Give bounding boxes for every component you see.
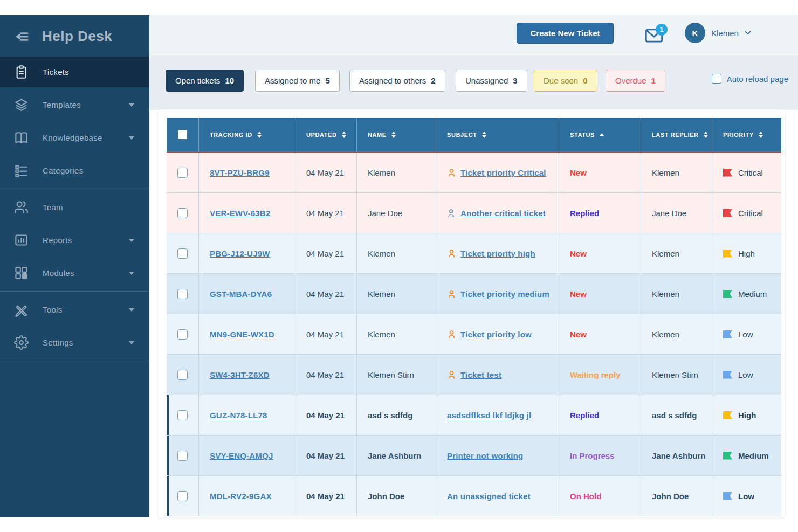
table-row[interactable]: MN9-GNE-WX1D 04 May 21 Klemen Ticket pri… (167, 314, 781, 355)
user-menu[interactable]: K Klemen (685, 23, 751, 43)
grid-icon (14, 266, 29, 280)
filter-open-tickets[interactable]: Open tickets 10 (166, 70, 244, 92)
status-label: Replied (570, 209, 599, 218)
subject-link[interactable]: Ticket priority Critical (460, 168, 546, 177)
chevron-down-icon (129, 136, 134, 140)
column-header-last-replier[interactable]: LAST REPLIER (641, 118, 712, 151)
filter-overdue[interactable]: Overdue 1 (606, 70, 665, 92)
sidebar-item-reports[interactable]: Reports (0, 225, 149, 255)
row-checkbox[interactable] (177, 491, 188, 501)
sidebar-item-tools[interactable]: Tools (0, 294, 149, 325)
chevron-down-icon (129, 341, 134, 344)
subject-link[interactable]: Ticket priority high (460, 249, 535, 258)
table-row[interactable]: SVY-ENQ-AMQJ 04 May 21 Jane Ashburn Prin… (167, 436, 781, 476)
tracking-id-link[interactable]: SVY-ENQ-AMQJ (210, 451, 273, 460)
subject-link[interactable]: An unassigned ticket (447, 492, 531, 501)
column-header-tracking-id[interactable]: TRACKING ID (199, 118, 295, 151)
sidebar-item-categories[interactable]: Categories (0, 155, 149, 186)
column-header-subject[interactable]: SUBJECT (436, 118, 559, 151)
subject-link[interactable]: Another critical ticket (460, 209, 546, 218)
name-cell: Jane Ashburn (357, 436, 436, 475)
tracking-id-link[interactable]: GUZ-N78-LL78 (210, 411, 267, 420)
column-header-name[interactable]: NAME (357, 118, 436, 151)
mail-button[interactable]: 1 (645, 24, 670, 49)
filter-assigned-to-me[interactable]: Assigned to me 5 (255, 70, 340, 92)
assigned-user-icon (447, 370, 456, 379)
app-title: Help Desk (42, 28, 112, 45)
subject-link[interactable]: Printer not working (447, 451, 523, 460)
tracking-id-link[interactable]: 8VT-PZU-BRG9 (210, 168, 270, 177)
tracking-id-link[interactable]: VER-EWV-63B2 (210, 209, 270, 218)
sidebar-item-knowledgebase[interactable]: Knowledgebase (0, 122, 149, 153)
tracking-id-link[interactable]: MN9-GNE-WX1D (210, 330, 274, 339)
mail-badge: 1 (656, 24, 668, 36)
priority-flag-icon (723, 330, 732, 338)
name-cell: Klemen Stirn (357, 355, 436, 395)
sort-both-icon (342, 132, 346, 138)
name-cell: Klemen (357, 274, 436, 314)
sort-both-icon (482, 132, 486, 138)
row-checkbox[interactable] (177, 208, 188, 218)
priority-label: Medium (738, 289, 767, 299)
table-row[interactable]: GUZ-N78-LL78 04 May 21 asd s sdfdg asdsd… (167, 395, 781, 436)
last-replier-cell: Klemen (641, 233, 712, 273)
column-header-status[interactable]: STATUS (559, 118, 641, 151)
assign-user-icon (447, 209, 456, 218)
table-row[interactable]: PBG-J12-UJ9W 04 May 21 Klemen Ticket pri… (167, 233, 781, 274)
tracking-id-link[interactable]: PBG-J12-UJ9W (210, 249, 270, 258)
sidebar-item-tickets[interactable]: Tickets (0, 57, 149, 87)
last-replier-cell: John Doe (641, 476, 712, 516)
status-label: Waiting reply (570, 370, 621, 379)
sidebar-item-modules[interactable]: Modules (0, 258, 149, 288)
filter-assigned-to-others[interactable]: Assigned to others 2 (349, 70, 445, 92)
row-checkbox[interactable] (177, 329, 188, 340)
sidebar-collapse-icon[interactable] (14, 29, 30, 45)
sidebar-item-team[interactable]: Team (0, 192, 149, 223)
sidebar-item-label: Modules (43, 268, 74, 278)
assigned-user-icon (447, 330, 456, 339)
table-row[interactable]: GST-MBA-DYA6 04 May 21 Klemen Ticket pri… (167, 274, 781, 314)
auto-reload-toggle[interactable]: Auto reload page (712, 74, 788, 84)
tracking-id-link[interactable]: MDL-RV2-9GAX (210, 492, 272, 501)
row-checkbox[interactable] (177, 289, 188, 299)
row-checkbox[interactable] (177, 248, 188, 259)
tracking-id-link[interactable]: SW4-3HT-Z6XD (210, 370, 270, 379)
assigned-user-icon (447, 249, 456, 258)
priority-flag-icon (723, 209, 732, 217)
chevron-down-icon (129, 308, 134, 312)
table-row[interactable]: 8VT-PZU-BRG9 04 May 21 Klemen Ticket pri… (167, 153, 781, 193)
select-all-header[interactable] (167, 118, 199, 151)
select-all-checkbox[interactable] (178, 130, 187, 139)
filter-label: Due soon (544, 76, 578, 85)
sidebar-item-settings[interactable]: Settings (0, 327, 149, 358)
subject-link[interactable]: asdsdflksd lkf ldjkg jl (447, 411, 531, 420)
sidebar-divider (0, 361, 149, 361)
row-checkbox[interactable] (177, 168, 188, 178)
name-cell: John Doe (357, 476, 436, 516)
sidebar: Help Desk Tickets Templates Knowledgebas… (0, 15, 149, 517)
filter-due-soon[interactable]: Due soon 0 (534, 70, 597, 92)
table-row[interactable]: SW4-3HT-Z6XD 04 May 21 Klemen Stirn Tick… (167, 355, 781, 395)
create-new-ticket-button[interactable]: Create New Ticket (517, 23, 614, 44)
helpdesk-app: Help Desk Tickets Templates Knowledgebas… (0, 0, 798, 532)
subject-link[interactable]: Ticket priority low (460, 330, 532, 339)
filter-unassigned[interactable]: Unassigned 3 (456, 70, 527, 92)
tracking-id-link[interactable]: GST-MBA-DYA6 (210, 289, 272, 299)
auto-reload-checkbox[interactable] (712, 74, 721, 84)
column-header-updated[interactable]: UPDATED (295, 118, 357, 151)
table-row[interactable]: MDL-RV2-9GAX 04 May 21 John Doe An unass… (167, 476, 781, 516)
column-header-priority[interactable]: PRIORITY (712, 118, 781, 151)
clipboard-icon (14, 65, 29, 79)
sidebar-item-label: Tools (43, 305, 63, 314)
filter-label: Unassigned (465, 76, 508, 85)
priority-flag-icon (723, 411, 732, 419)
row-checkbox[interactable] (177, 410, 188, 420)
row-checkbox[interactable] (177, 451, 188, 461)
subject-link[interactable]: Ticket priority medium (460, 289, 549, 299)
subject-link[interactable]: Ticket test (460, 370, 501, 379)
sort-both-icon (759, 132, 763, 138)
priority-flag-icon (723, 169, 732, 177)
table-row[interactable]: VER-EWV-63B2 04 May 21 Jane Doe Another … (167, 193, 781, 233)
sidebar-item-templates[interactable]: Templates (0, 89, 149, 120)
row-checkbox[interactable] (177, 370, 188, 380)
